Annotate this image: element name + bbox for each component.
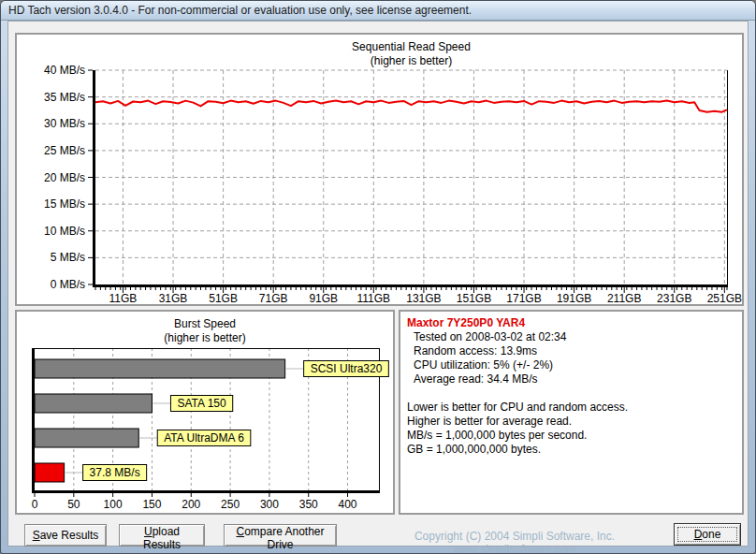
svg-text:(higher is better): (higher is better) — [371, 54, 452, 67]
svg-text:31GB: 31GB — [159, 292, 188, 304]
compare-another-drive-label: Compare Another Drive — [230, 525, 330, 551]
svg-text:150: 150 — [142, 498, 161, 511]
done-button[interactable]: Done — [674, 523, 741, 546]
svg-text:50: 50 — [67, 498, 80, 511]
svg-text:91GB: 91GB — [309, 292, 338, 304]
svg-text:20 MB/s: 20 MB/s — [44, 171, 85, 184]
svg-text:11GB: 11GB — [109, 292, 138, 304]
svg-text:SCSI Ultra320: SCSI Ultra320 — [311, 362, 383, 375]
svg-text:400: 400 — [339, 498, 357, 511]
svg-text:10 MB/s: 10 MB/s — [44, 225, 85, 238]
svg-text:211GB: 211GB — [607, 292, 641, 304]
drive-info-panel: Maxtor 7Y250P0 YAR4 Tested on 2008-03-02… — [399, 310, 744, 515]
svg-text:231GB: 231GB — [657, 292, 691, 304]
note-lower-better: Lower is better for CPU and random acces… — [407, 401, 735, 415]
svg-text:Sequential Read Speed: Sequential Read Speed — [352, 40, 471, 53]
svg-text:5 MB/s: 5 MB/s — [51, 251, 85, 264]
svg-text:37.8 MB/s: 37.8 MB/s — [90, 466, 140, 479]
svg-text:100: 100 — [104, 498, 123, 511]
svg-text:200: 200 — [182, 498, 200, 511]
svg-text:0: 0 — [32, 498, 38, 511]
svg-text:71GB: 71GB — [259, 292, 288, 304]
copyright-text: Copyright (C) 2004 Simpli Software, Inc.… — [360, 530, 669, 554]
done-label: Done — [694, 528, 721, 541]
note-gb-def: GB = 1,000,000,000 bytes. — [407, 443, 735, 457]
upload-results-label: Upload Results — [125, 525, 198, 551]
svg-text:171GB: 171GB — [506, 292, 541, 304]
sequential-read-chart: Sequential Read Speed(higher is better)4… — [17, 35, 742, 304]
info-spacer — [407, 386, 735, 401]
drive-name: Maxtor 7Y250P0 YAR4 — [407, 316, 735, 330]
note-mbs-def: MB/s = 1,000,000 bytes per second. — [407, 429, 735, 443]
svg-text:Burst Speed: Burst Speed — [174, 317, 236, 330]
random-access-line: Random access: 13.9ms — [407, 344, 735, 358]
client-area: Sequential Read Speed(higher is better)4… — [7, 21, 749, 547]
svg-text:51GB: 51GB — [209, 292, 238, 304]
svg-text:0 MB/s: 0 MB/s — [51, 278, 85, 291]
svg-text:111GB: 111GB — [357, 292, 391, 304]
note-higher-better: Higher is better for average read. — [407, 415, 735, 429]
cpu-utilization-line: CPU utilization: 5% (+/- 2%) — [407, 358, 735, 372]
burst-speed-panel: Burst Speed(higher is better)SCSI Ultra3… — [15, 310, 395, 515]
svg-text:151GB: 151GB — [457, 292, 491, 304]
svg-text:ATA UltraDMA 6: ATA UltraDMA 6 — [164, 431, 244, 445]
svg-text:191GB: 191GB — [557, 292, 591, 304]
burst-speed-chart: Burst Speed(higher is better)SCSI Ultra3… — [17, 312, 393, 513]
svg-text:(higher is better): (higher is better) — [164, 331, 245, 344]
compare-another-drive-button[interactable]: Compare Another Drive — [224, 524, 337, 547]
svg-text:250: 250 — [221, 498, 240, 511]
svg-text:15 MB/s: 15 MB/s — [44, 197, 85, 211]
average-read-line: Average read: 34.4 MB/s — [407, 372, 735, 386]
svg-text:25 MB/s: 25 MB/s — [44, 144, 85, 157]
save-results-button[interactable]: Save Results — [24, 524, 107, 547]
title-bar[interactable]: HD Tach version 3.0.4.0 - For non-commer… — [1, 1, 755, 21]
save-results-label: Save Results — [33, 529, 99, 542]
svg-text:SATA 150: SATA 150 — [177, 397, 226, 410]
svg-text:35 MB/s: 35 MB/s — [44, 91, 85, 104]
svg-text:350: 350 — [299, 498, 318, 511]
svg-text:300: 300 — [260, 498, 279, 511]
sequential-read-panel: Sequential Read Speed(higher is better)4… — [15, 33, 744, 306]
upload-results-button[interactable]: Upload Results — [119, 524, 205, 547]
hd-tach-window: HD Tach version 3.0.4.0 - For non-commer… — [0, 0, 756, 554]
svg-text:30 MB/s: 30 MB/s — [44, 117, 85, 130]
svg-text:131GB: 131GB — [406, 292, 441, 304]
tested-on-line: Tested on 2008-03-02 at 02:34 — [407, 330, 735, 344]
svg-text:40 MB/s: 40 MB/s — [44, 64, 85, 77]
svg-text:251GB: 251GB — [707, 292, 742, 304]
window-title: HD Tach version 3.0.4.0 - For non-commer… — [8, 4, 472, 17]
